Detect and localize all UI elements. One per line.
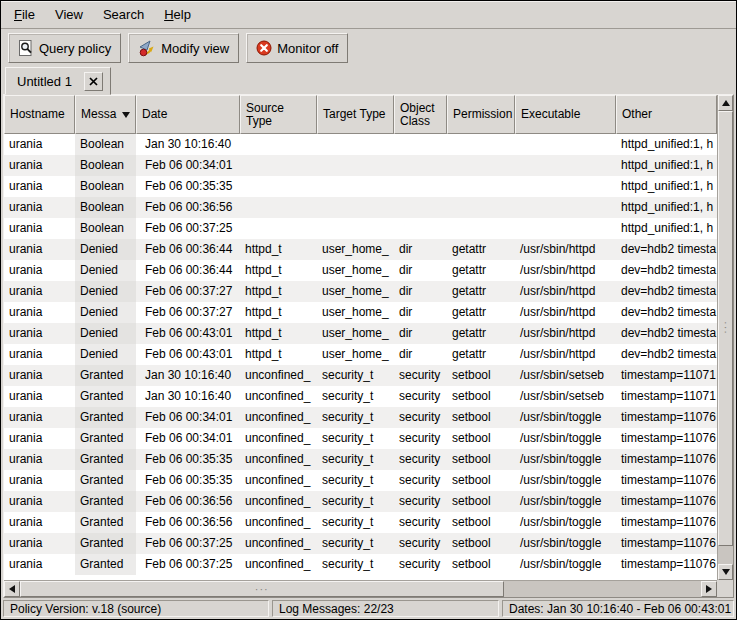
table-cell: /usr/sbin/toggle <box>515 407 616 428</box>
table-cell: timestamp=11076 <box>616 428 717 449</box>
table-row[interactable]: uraniaGrantedFeb 06 00:36:56unconfined_s… <box>4 491 717 512</box>
status-policy-version: Policy Version: v.18 (source) <box>3 600 269 617</box>
vertical-scrollbar-trough[interactable]: ··· <box>718 111 733 564</box>
horizontal-scrollbar-trough[interactable]: ··· <box>20 581 701 597</box>
table-cell: setbool <box>447 512 515 533</box>
column-header-target-type[interactable]: Target Type <box>317 95 394 134</box>
table-row[interactable]: uraniaBooleanJan 30 10:16:40httpd_unifie… <box>4 134 717 155</box>
table-cell: security_t <box>317 491 394 512</box>
table-cell: unconfined_ <box>240 491 317 512</box>
table-cell: security <box>394 386 447 407</box>
vertical-scrollbar-thumb[interactable]: ··· <box>718 111 733 546</box>
horizontal-scrollbar[interactable]: ··· <box>4 580 717 597</box>
table-cell: urania <box>4 176 75 197</box>
horizontal-scrollbar-thumb[interactable]: ··· <box>20 581 504 597</box>
table-cell <box>447 176 515 197</box>
table-cell: httpd_t <box>240 323 317 344</box>
table-cell: Granted <box>75 386 136 407</box>
table-cell: urania <box>4 386 75 407</box>
table-cell: unconfined_ <box>240 428 317 449</box>
table-row[interactable]: uraniaGrantedFeb 06 00:34:01unconfined_s… <box>4 407 717 428</box>
table-cell: httpd_t <box>240 344 317 365</box>
table-row[interactable]: uraniaDeniedFeb 06 00:43:01httpd_tuser_h… <box>4 323 717 344</box>
table-row[interactable]: uraniaBooleanFeb 06 00:35:35httpd_unifie… <box>4 176 717 197</box>
table-cell: Feb 06 00:34:01 <box>136 407 240 428</box>
menu-search[interactable]: Search <box>93 2 154 27</box>
query-policy-icon <box>18 40 34 56</box>
menu-file[interactable]: File <box>4 2 45 27</box>
table-cell: getattr <box>447 323 515 344</box>
column-header-object-class[interactable]: Object Class <box>394 95 447 134</box>
table-row[interactable]: uraniaDeniedFeb 06 00:37:27httpd_tuser_h… <box>4 281 717 302</box>
menu-bar: FileViewSearchHelp <box>1 1 736 29</box>
scroll-left-button[interactable] <box>4 581 20 597</box>
table-cell <box>317 155 394 176</box>
table-row[interactable]: uraniaBooleanFeb 06 00:34:01httpd_unifie… <box>4 155 717 176</box>
table-cell: timestamp=11076 <box>616 533 717 554</box>
scroll-down-button[interactable] <box>718 564 733 580</box>
table-cell: Boolean <box>75 197 136 218</box>
modify-view-button[interactable]: Modify view <box>128 33 239 63</box>
table-cell <box>317 134 394 155</box>
table-row[interactable]: uraniaGrantedFeb 06 00:37:25unconfined_s… <box>4 554 717 575</box>
table-cell: Feb 06 00:36:56 <box>136 512 240 533</box>
column-header-executable[interactable]: Executable <box>515 95 616 134</box>
vertical-scrollbar[interactable]: ··· <box>717 95 733 580</box>
column-header-date[interactable]: Date <box>136 95 240 134</box>
monitor-off-button[interactable]: Monitor off <box>246 33 348 63</box>
table-row[interactable]: uraniaBooleanFeb 06 00:37:25httpd_unifie… <box>4 218 717 239</box>
table-row[interactable]: uraniaBooleanFeb 06 00:36:56httpd_unifie… <box>4 197 717 218</box>
column-header-other[interactable]: Other <box>616 95 717 134</box>
table-row[interactable]: uraniaGrantedFeb 06 00:34:01unconfined_s… <box>4 428 717 449</box>
table-cell: httpd_unified:1, h <box>616 176 717 197</box>
table-cell <box>240 155 317 176</box>
column-header-permission[interactable]: Permission <box>447 95 515 134</box>
modify-view-icon <box>138 39 156 57</box>
table-row[interactable]: uraniaDeniedFeb 06 00:37:27httpd_tuser_h… <box>4 302 717 323</box>
table-row[interactable]: uraniaDeniedFeb 06 00:43:01httpd_tuser_h… <box>4 344 717 365</box>
tab-untitled-1[interactable]: Untitled 1 <box>5 67 111 95</box>
column-header-hostname[interactable]: Hostname <box>4 95 75 134</box>
query-policy-button[interactable]: Query policy <box>8 33 121 63</box>
table-row[interactable]: uraniaDeniedFeb 06 00:36:44httpd_tuser_h… <box>4 239 717 260</box>
table-cell: urania <box>4 197 75 218</box>
table-row[interactable]: uraniaDeniedFeb 06 00:36:44httpd_tuser_h… <box>4 260 717 281</box>
table-cell: /usr/sbin/httpd <box>515 239 616 260</box>
table-cell: urania <box>4 323 75 344</box>
table-cell: Jan 30 10:16:40 <box>136 134 240 155</box>
table-cell: security_t <box>317 449 394 470</box>
table-row[interactable]: uraniaGrantedJan 30 10:16:40unconfined_s… <box>4 365 717 386</box>
table-cell: unconfined_ <box>240 470 317 491</box>
table-cell: Jan 30 10:16:40 <box>136 365 240 386</box>
menu-view[interactable]: View <box>45 2 93 27</box>
table-row[interactable]: uraniaGrantedJan 30 10:16:40unconfined_s… <box>4 386 717 407</box>
table-cell: urania <box>4 239 75 260</box>
table-cell: urania <box>4 365 75 386</box>
table-cell <box>515 218 616 239</box>
table-row[interactable]: uraniaGrantedFeb 06 00:35:35unconfined_s… <box>4 470 717 491</box>
table-cell: urania <box>4 449 75 470</box>
scroll-right-button[interactable] <box>701 581 717 597</box>
table-row[interactable]: uraniaGrantedFeb 06 00:35:35unconfined_s… <box>4 449 717 470</box>
column-header-source-type[interactable]: Source Type <box>240 95 317 134</box>
table-cell: urania <box>4 260 75 281</box>
table-cell: security_t <box>317 512 394 533</box>
scroll-up-button[interactable] <box>718 95 733 111</box>
table-cell: timestamp=11076 <box>616 449 717 470</box>
table-cell: security_t <box>317 470 394 491</box>
table-cell: timestamp=11076 <box>616 491 717 512</box>
table-cell <box>447 155 515 176</box>
tab-close-button[interactable] <box>84 72 103 91</box>
menu-help[interactable]: Help <box>154 2 201 27</box>
table-cell: dev=hdb2 timesta <box>616 281 717 302</box>
column-header-messa[interactable]: Messa <box>75 95 136 134</box>
table-row[interactable]: uraniaGrantedFeb 06 00:37:25unconfined_s… <box>4 533 717 554</box>
table-cell: security <box>394 449 447 470</box>
table-row[interactable]: uraniaGrantedFeb 06 00:36:56unconfined_s… <box>4 512 717 533</box>
sort-descending-icon <box>122 112 130 118</box>
table-cell: unconfined_ <box>240 407 317 428</box>
table-cell: Feb 06 00:35:35 <box>136 470 240 491</box>
table-cell: dir <box>394 281 447 302</box>
table-cell: setbool <box>447 470 515 491</box>
table-cell: security <box>394 533 447 554</box>
